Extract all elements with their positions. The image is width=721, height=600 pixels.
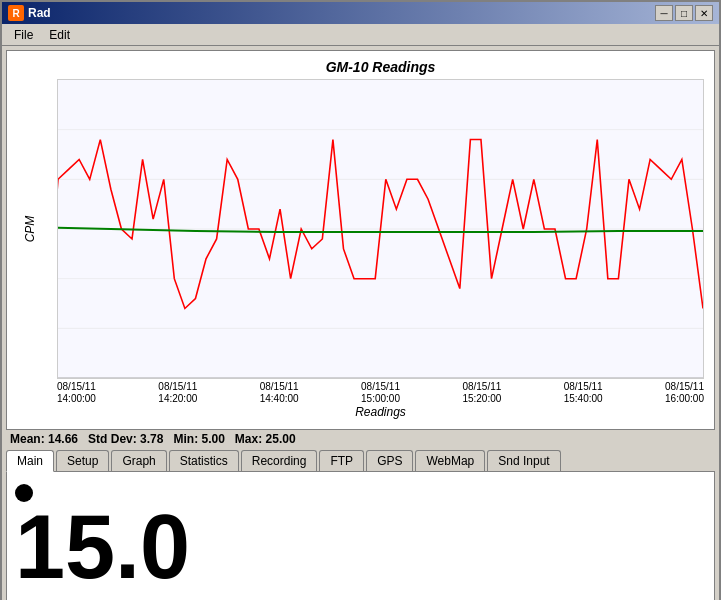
chart-area: 0 5 10 15 20 25 30 xyxy=(57,79,704,379)
tab-graph[interactable]: Graph xyxy=(111,450,166,471)
content-area: GM-10 Readings CPM xyxy=(2,46,719,600)
reading-display: 15.0 xyxy=(15,480,706,592)
app-icon: R xyxy=(8,5,24,21)
main-window: R Rad ─ □ ✕ File Edit GM-10 Readings CPM xyxy=(0,0,721,600)
min-label: Min: xyxy=(173,432,198,446)
tab-gps[interactable]: GPS xyxy=(366,450,413,471)
maximize-button[interactable]: □ xyxy=(675,5,693,21)
mean-label: Mean: xyxy=(10,432,45,446)
title-bar: R Rad ─ □ ✕ xyxy=(2,2,719,24)
window-title: Rad xyxy=(28,6,51,20)
close-button[interactable]: ✕ xyxy=(695,5,713,21)
y-axis-label: CPM xyxy=(23,216,37,243)
big-reading: 15.0 xyxy=(15,502,190,592)
stddev-value: 3.78 xyxy=(140,432,163,446)
minimize-button[interactable]: ─ xyxy=(655,5,673,21)
tab-ftp[interactable]: FTP xyxy=(319,450,364,471)
x-axis-labels: 08/15/1114:00:00 08/15/1114:20:00 08/15/… xyxy=(57,381,704,405)
tab-bar: Main Setup Graph Statistics Recording FT… xyxy=(6,450,715,472)
tab-sndinput[interactable]: Snd Input xyxy=(487,450,560,471)
tab-setup[interactable]: Setup xyxy=(56,450,109,471)
chart-container: GM-10 Readings CPM xyxy=(6,50,715,430)
x-label-1: 08/15/1114:20:00 xyxy=(158,381,197,405)
mean-value: 14.66 xyxy=(48,432,78,446)
x-label-4: 08/15/1115:20:00 xyxy=(462,381,501,405)
x-label-6: 08/15/1116:00:00 xyxy=(665,381,704,405)
x-label-5: 08/15/1115:40:00 xyxy=(564,381,603,405)
tab-main[interactable]: Main xyxy=(6,450,54,472)
tab-recording[interactable]: Recording xyxy=(241,450,318,471)
menu-file[interactable]: File xyxy=(6,26,41,44)
stddev-label: Std Dev: xyxy=(88,432,137,446)
x-label-3: 08/15/1115:00:00 xyxy=(361,381,400,405)
tab-content-main: 15.0 CPM: xyxy=(6,472,715,600)
menu-edit[interactable]: Edit xyxy=(41,26,78,44)
x-label-0: 08/15/1114:00:00 xyxy=(57,381,96,405)
title-bar-left: R Rad xyxy=(8,5,51,21)
chart-svg: 0 5 10 15 20 25 30 xyxy=(58,80,703,378)
max-label: Max: xyxy=(235,432,262,446)
stats-line: Mean: 14.66 Std Dev: 3.78 Min: 5.00 Max:… xyxy=(6,430,715,448)
max-value: 25.00 xyxy=(266,432,296,446)
tab-webmap[interactable]: WebMap xyxy=(415,450,485,471)
title-bar-controls: ─ □ ✕ xyxy=(655,5,713,21)
tab-statistics[interactable]: Statistics xyxy=(169,450,239,471)
min-value: 5.00 xyxy=(201,432,224,446)
x-axis-title: Readings xyxy=(57,405,704,419)
chart-title: GM-10 Readings xyxy=(57,59,704,75)
menu-bar: File Edit xyxy=(2,24,719,46)
x-label-2: 08/15/1114:40:00 xyxy=(260,381,299,405)
